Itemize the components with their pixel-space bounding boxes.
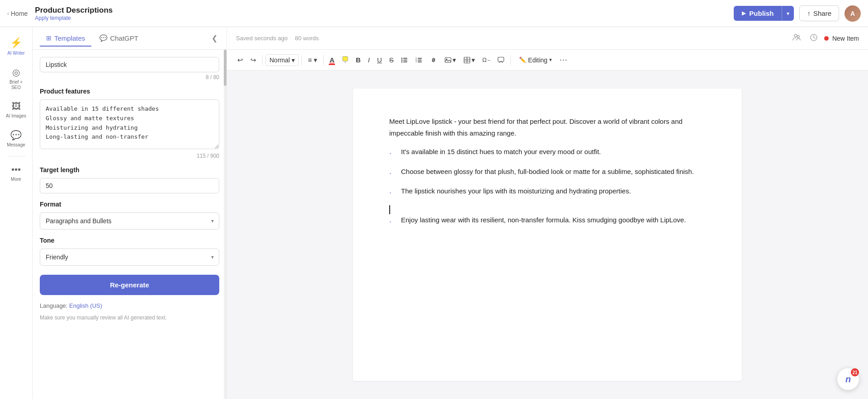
strikethrough-button[interactable]: S <box>386 54 397 66</box>
tone-select-wrapper: Friendly Professional Casual Formal ▾ <box>40 249 219 266</box>
product-name-input[interactable] <box>40 57 219 72</box>
bullet-list-button[interactable] <box>398 54 411 66</box>
bullet-text-3[interactable]: The lipstick nourishes your lips with it… <box>401 185 631 197</box>
history-icon[interactable] <box>807 32 821 45</box>
sidebar-item-message[interactable]: 💬 Message <box>3 125 30 152</box>
toolbar-divider-3 <box>323 55 324 65</box>
sidebar-item-ai-images[interactable]: 🖼 AI Images <box>3 97 30 123</box>
editor-area: Saved seconds ago 80 words New Item ↩ ↪ <box>227 27 868 399</box>
tab-chatgpt[interactable]: 💬 ChatGPT <box>93 31 145 47</box>
top-bar-right: ▶ Publish ▾ ↑ Share A <box>734 5 861 22</box>
home-label: Home <box>11 10 28 17</box>
underline-button[interactable]: U <box>374 54 385 66</box>
new-item-button[interactable]: New Item <box>824 35 859 42</box>
svg-rect-16 <box>445 57 451 62</box>
svg-rect-13 <box>418 58 422 59</box>
publish-button[interactable]: ▶ Publish <box>734 6 782 21</box>
panel-collapse-button[interactable]: ❮ <box>210 32 219 44</box>
panel-scroll-thumb[interactable] <box>224 50 226 86</box>
sidebar-item-more-label: More <box>11 177 21 182</box>
more-options-button[interactable]: ··· <box>557 53 571 67</box>
sidebar-item-brief-seo[interactable]: ◎ Brief + SEO <box>3 62 30 95</box>
tab-templates[interactable]: ⊞ Templates <box>40 31 91 47</box>
publish-group: ▶ Publish ▾ <box>734 6 794 21</box>
bullet-marker-1: · <box>389 146 396 160</box>
floating-notification[interactable]: n 21 <box>837 368 859 390</box>
target-length-input[interactable] <box>40 178 219 193</box>
text-style-arrow-icon: ▾ <box>292 56 295 64</box>
ai-images-icon: 🖼 <box>12 101 21 112</box>
message-icon: 💬 <box>10 130 22 141</box>
editor-toolbar: ↩ ↪ Normal ▾ ≡ ▾ A B I U S <box>227 50 868 70</box>
sidebar-item-brief-seo-label: Brief + SEO <box>5 80 27 90</box>
features-char-count: 115 / 900 <box>40 153 219 159</box>
lightning-icon: ⚡ <box>10 37 22 49</box>
svg-rect-3 <box>343 56 348 61</box>
share-icon: ↑ <box>807 9 811 17</box>
header-icons: New Item <box>790 32 859 45</box>
share-button[interactable]: ↑ Share <box>799 5 839 21</box>
bullet-item-1: · It's available in 15 distinct hues to … <box>389 146 706 160</box>
new-item-label: New Item <box>832 35 859 42</box>
sidebar-item-more[interactable]: ••• More <box>3 160 30 187</box>
special-chars-button[interactable]: Ω – <box>479 54 493 66</box>
text-color-button[interactable]: A <box>326 54 338 66</box>
word-count: 80 words <box>295 35 319 42</box>
back-arrow-icon: ‹ <box>7 10 9 17</box>
language-value[interactable]: English (US) <box>69 302 102 309</box>
collaborators-icon[interactable] <box>790 32 803 45</box>
avatar[interactable]: A <box>844 5 861 22</box>
regenerate-button[interactable]: Re-generate <box>40 275 219 295</box>
bullet-marker-4: · <box>389 215 396 229</box>
text-style-label: Normal <box>269 56 290 64</box>
editing-pencil-icon: ✏️ <box>519 56 526 63</box>
bullet-text-2[interactable]: Choose between glossy for that plush, fu… <box>401 166 694 178</box>
svg-text:3.: 3. <box>415 60 417 63</box>
editor-intro-paragraph[interactable]: Meet LipLove lipstick - your best friend… <box>389 116 706 139</box>
disclaimer: Make sure you manually review all AI gen… <box>40 314 219 322</box>
italic-button[interactable]: I <box>365 54 373 66</box>
text-cursor <box>389 205 390 214</box>
apply-template-link[interactable]: Apply template <box>35 15 113 21</box>
text-color-icon: A <box>330 56 335 64</box>
comment-button[interactable] <box>494 54 508 66</box>
editor-status: Saved seconds ago 80 words <box>236 35 319 42</box>
svg-rect-9 <box>403 61 407 62</box>
link-button[interactable] <box>427 54 440 66</box>
editing-dropdown-arrow-icon: ▾ <box>549 57 552 63</box>
numbered-list-button[interactable]: 1.2.3. <box>412 54 426 66</box>
editor-content-wrapper[interactable]: Meet LipLove lipstick - your best friend… <box>227 70 868 399</box>
highlight-button[interactable] <box>339 54 352 66</box>
svg-rect-15 <box>418 61 422 62</box>
chatgpt-tab-icon: 💬 <box>99 34 107 42</box>
top-bar-left: ‹ Home Product Descriptions Apply templa… <box>7 6 113 21</box>
sidebar-divider <box>7 156 25 156</box>
bullet-text-4[interactable]: Enjoy lasting wear with its resilient, n… <box>401 214 686 226</box>
svg-rect-14 <box>418 60 422 61</box>
home-link[interactable]: ‹ Home <box>7 10 28 17</box>
svg-point-4 <box>401 57 402 59</box>
play-icon: ▶ <box>742 10 745 16</box>
bullet-text-1[interactable]: It's available in 15 distinct hues to ma… <box>401 146 601 158</box>
text-align-button[interactable]: ≡ ▾ <box>305 54 321 66</box>
undo-button[interactable]: ↩ <box>234 54 246 66</box>
editor-document[interactable]: Meet LipLove lipstick - your best friend… <box>353 89 742 381</box>
image-button[interactable]: ▾ <box>441 54 459 66</box>
text-style-dropdown[interactable]: Normal ▾ <box>265 54 299 66</box>
product-features-textarea[interactable]: Available in 15 different shades Glossy … <box>40 99 219 149</box>
panel-content: 8 / 80 Product features Available in 15 … <box>33 50 226 399</box>
format-select[interactable]: Paragraphs and Bullets Paragraphs only B… <box>40 212 219 230</box>
publish-dropdown-button[interactable]: ▾ <box>782 6 794 21</box>
sidebar-item-ai-writer[interactable]: ⚡ AI Writer <box>3 33 30 61</box>
bullet-item-2: · Choose between glossy for that plush, … <box>389 166 706 180</box>
templates-tab-icon: ⊞ <box>46 34 52 42</box>
svg-point-6 <box>401 61 402 62</box>
table-button[interactable]: ▾ <box>460 54 478 66</box>
tone-select[interactable]: Friendly Professional Casual Formal <box>40 249 219 266</box>
target-length-label: Target length <box>40 166 219 174</box>
editing-mode-dropdown[interactable]: ✏️ Editing ▾ <box>515 55 556 66</box>
redo-button[interactable]: ↪ <box>247 54 259 66</box>
bold-button[interactable]: B <box>353 54 364 66</box>
share-label: Share <box>813 9 831 17</box>
top-bar: ‹ Home Product Descriptions Apply templa… <box>0 0 868 27</box>
